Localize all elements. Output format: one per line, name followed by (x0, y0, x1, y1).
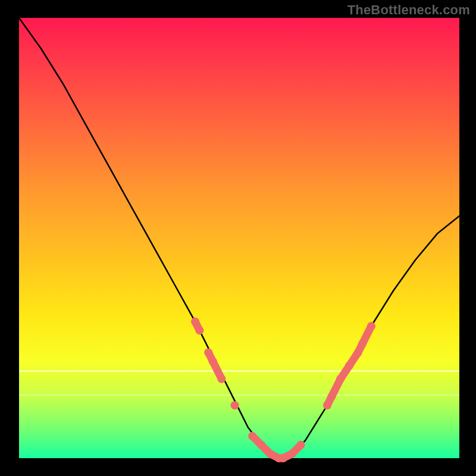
curve-marker (336, 375, 345, 383)
curve-marker (266, 450, 274, 458)
curve-path (19, 18, 459, 458)
curve-marker (323, 401, 331, 409)
bottleneck-curve (19, 18, 459, 458)
curve-marker (279, 454, 287, 462)
curve-marker (367, 322, 375, 330)
curve-marker (327, 392, 336, 400)
curve-layer (19, 18, 459, 458)
curve-marker (345, 362, 353, 370)
curve-marker (257, 441, 265, 449)
curve-marker (195, 326, 203, 334)
curve-marker (358, 340, 367, 348)
curve-marker (248, 432, 256, 440)
curve-marker (288, 450, 296, 458)
curve-marker (297, 441, 305, 449)
curve-markers (191, 318, 375, 462)
plot-area (19, 18, 459, 458)
curve-marker (354, 348, 362, 356)
curve-marker (231, 401, 239, 409)
curve-marker (209, 357, 217, 365)
plot-inner (19, 18, 459, 458)
curve-marker (191, 318, 199, 326)
curve-marker (204, 348, 212, 356)
chart-frame: TheBottleneck.com (0, 0, 476, 476)
watermark-text: TheBottleneck.com (347, 2, 470, 18)
curve-marker (217, 375, 226, 383)
